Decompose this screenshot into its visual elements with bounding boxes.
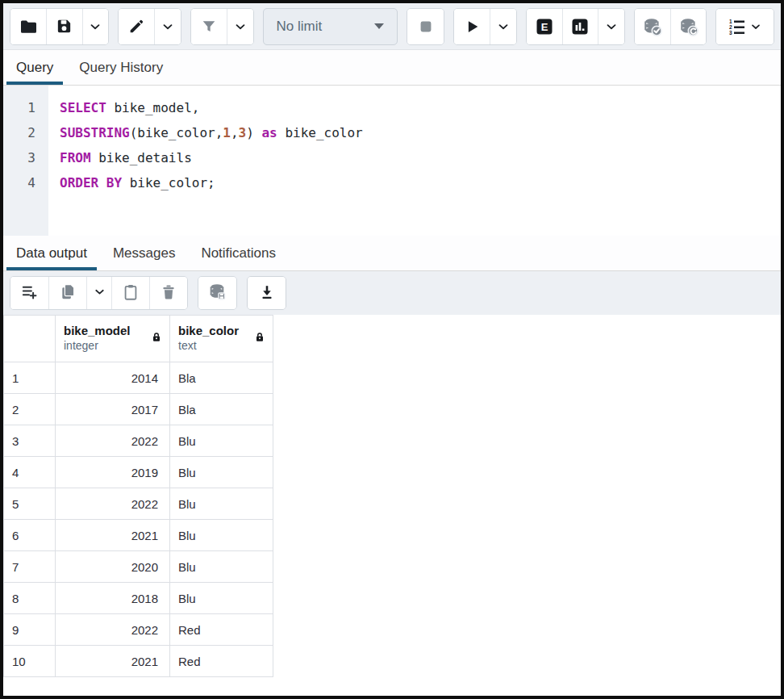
table-row[interactable]: 52022Blu bbox=[4, 488, 273, 520]
row-number-cell[interactable]: 8 bbox=[4, 583, 56, 614]
sql-editor[interactable]: 1234 SELECT bike_model,SUBSTRING(bike_co… bbox=[3, 86, 781, 236]
row-number-cell[interactable]: 2 bbox=[4, 394, 56, 425]
lock-icon bbox=[253, 331, 266, 347]
table-row[interactable]: 82018Blu bbox=[4, 583, 273, 614]
bike-color-cell[interactable]: Blu bbox=[170, 583, 273, 614]
save-file-button[interactable] bbox=[46, 9, 81, 44]
row-number-cell[interactable]: 1 bbox=[4, 362, 56, 394]
row-number-cell[interactable]: 9 bbox=[4, 614, 56, 646]
table-row[interactable]: 22017Bla bbox=[4, 394, 273, 425]
copy-rows-button[interactable] bbox=[48, 277, 86, 309]
rollback-button[interactable] bbox=[670, 9, 706, 44]
save-options-button[interactable] bbox=[82, 9, 108, 44]
code-line[interactable]: SELECT bike_model, bbox=[60, 95, 363, 120]
bike-model-cell[interactable]: 2022 bbox=[56, 488, 170, 520]
editor-code[interactable]: SELECT bike_model,SUBSTRING(bike_color,1… bbox=[48, 86, 363, 236]
column-header-bike-model[interactable]: bike_model integer bbox=[56, 316, 170, 362]
download-button-group bbox=[247, 276, 286, 310]
filter-button[interactable] bbox=[191, 9, 227, 44]
row-number-header[interactable] bbox=[4, 316, 56, 362]
bike-color-cell[interactable]: Blu bbox=[170, 425, 273, 457]
line-number: 1 bbox=[3, 95, 48, 120]
row-number-cell[interactable]: 7 bbox=[4, 551, 56, 583]
macros-button[interactable]: 123 bbox=[716, 9, 774, 44]
bike-model-cell[interactable]: 2017 bbox=[56, 394, 170, 425]
delete-rows-button[interactable] bbox=[149, 277, 187, 309]
explain-analyze-button[interactable] bbox=[562, 9, 598, 44]
edit-options-button[interactable] bbox=[154, 9, 180, 44]
sql-token: as bbox=[261, 125, 277, 140]
bike-color-cell[interactable]: Blu bbox=[170, 551, 273, 583]
bike-model-cell[interactable]: 2022 bbox=[56, 614, 170, 646]
edit-button-group bbox=[118, 8, 181, 45]
table-row[interactable]: 102021Red bbox=[4, 646, 273, 677]
table-row[interactable]: 92022Red bbox=[4, 614, 273, 646]
row-number-cell[interactable]: 6 bbox=[4, 520, 56, 551]
save-data-changes-button[interactable] bbox=[198, 277, 236, 309]
filter-options-button[interactable] bbox=[227, 9, 252, 44]
bike-color-cell[interactable]: Blu bbox=[170, 457, 273, 488]
table-row[interactable]: 42019Blu bbox=[4, 457, 273, 488]
table-row[interactable]: 12014Bla bbox=[4, 362, 273, 394]
row-number-cell[interactable]: 10 bbox=[4, 646, 56, 677]
table-row[interactable]: 32022Blu bbox=[4, 425, 273, 457]
tab-query[interactable]: Query bbox=[6, 50, 63, 85]
code-line[interactable]: SUBSTRING(bike_color,1,3) as bike_color bbox=[60, 120, 363, 145]
commit-icon bbox=[642, 16, 663, 37]
bike-model-cell[interactable]: 2021 bbox=[56, 646, 170, 677]
column-header-bike-color[interactable]: bike_color text bbox=[170, 316, 273, 362]
bike-color-cell[interactable]: Bla bbox=[170, 394, 273, 425]
save-icon bbox=[55, 17, 73, 36]
bike-model-cell[interactable]: 2014 bbox=[56, 362, 170, 394]
copy-icon bbox=[59, 283, 77, 303]
copy-options-button[interactable] bbox=[86, 277, 111, 309]
commit-button[interactable] bbox=[635, 9, 670, 44]
row-number-cell[interactable]: 3 bbox=[4, 425, 56, 457]
paste-rows-button[interactable] bbox=[111, 277, 149, 309]
bike-model-cell[interactable]: 2022 bbox=[56, 425, 170, 457]
tab-notifications[interactable]: Notifications bbox=[191, 236, 286, 270]
bike-color-cell[interactable]: Bla bbox=[170, 362, 273, 394]
bike-model-cell[interactable]: 2020 bbox=[56, 551, 170, 583]
bike-color-cell[interactable]: Red bbox=[170, 646, 273, 677]
tab-notifications-label: Notifications bbox=[201, 245, 276, 262]
execute-button[interactable] bbox=[454, 9, 490, 44]
bike-color-cell[interactable]: Blu bbox=[170, 520, 273, 551]
tab-query-history[interactable]: Query History bbox=[69, 50, 173, 85]
download-results-button[interactable] bbox=[248, 277, 286, 309]
explain-button[interactable]: E bbox=[527, 9, 562, 44]
column-type: integer bbox=[64, 339, 131, 354]
line-number: 2 bbox=[3, 120, 48, 145]
chevron-down-icon bbox=[496, 19, 511, 34]
editor-gutter: 1234 bbox=[3, 86, 48, 236]
bike-model-cell[interactable]: 2018 bbox=[56, 583, 170, 614]
tab-data-output[interactable]: Data output bbox=[6, 236, 97, 270]
explain-options-button[interactable] bbox=[598, 9, 623, 44]
row-limit-select[interactable]: No limit bbox=[263, 8, 398, 45]
table-row[interactable]: 72020Blu bbox=[4, 551, 273, 583]
play-icon bbox=[463, 18, 481, 36]
add-row-button[interactable] bbox=[10, 277, 48, 309]
code-line[interactable]: ORDER BY bike_color; bbox=[60, 170, 363, 195]
edit-button[interactable] bbox=[119, 9, 154, 44]
bike-color-cell[interactable]: Blu bbox=[170, 488, 273, 520]
bike-color-cell[interactable]: Red bbox=[170, 614, 273, 646]
execute-options-button[interactable] bbox=[490, 9, 515, 44]
row-edit-button-group bbox=[10, 276, 188, 310]
row-number-cell[interactable]: 4 bbox=[4, 457, 56, 488]
code-line[interactable]: FROM bike_details bbox=[60, 145, 363, 170]
execute-button-group bbox=[453, 8, 517, 45]
bike-model-cell[interactable]: 2021 bbox=[56, 520, 170, 551]
sql-token: (bike_color, bbox=[130, 125, 223, 140]
cancel-query-button[interactable] bbox=[407, 9, 443, 44]
row-number-cell[interactable]: 5 bbox=[4, 488, 56, 520]
tab-messages[interactable]: Messages bbox=[103, 236, 185, 270]
main-toolbar: No limit bbox=[3, 3, 781, 50]
table-header-row: bike_model integer bike_color bbox=[4, 316, 273, 362]
bike-model-cell[interactable]: 2019 bbox=[56, 457, 170, 488]
sql-token: 1 bbox=[223, 125, 231, 140]
table-row[interactable]: 62021Blu bbox=[4, 520, 273, 551]
open-file-button[interactable] bbox=[10, 9, 46, 44]
sql-token: SELECT bbox=[60, 100, 106, 115]
chevron-down-icon bbox=[604, 19, 619, 34]
